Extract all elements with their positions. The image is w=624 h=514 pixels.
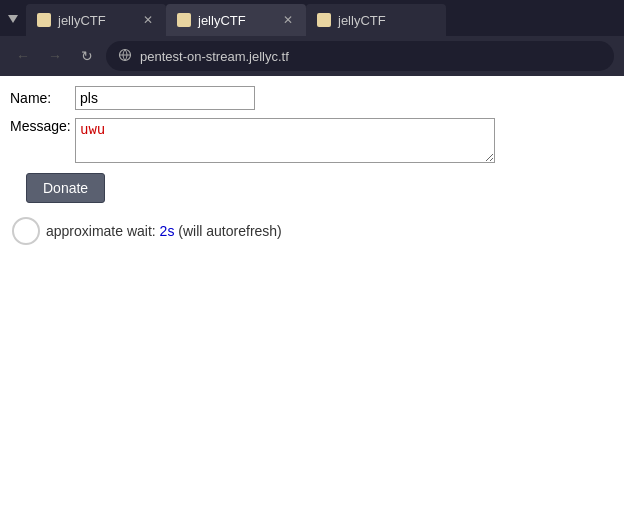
reload-button[interactable]: ↻: [74, 43, 100, 69]
message-label: Message:: [10, 118, 75, 134]
donate-button[interactable]: Donate: [26, 173, 105, 203]
tab-2-favicon: [176, 12, 192, 28]
tab-3[interactable]: jellyCTF: [306, 4, 446, 36]
tab-2-close[interactable]: ✕: [280, 12, 296, 28]
tab-1-favicon: [36, 12, 52, 28]
tab-3-favicon: [316, 12, 332, 28]
tab-2[interactable]: jellyCTF ✕: [166, 4, 306, 36]
browser-chrome: jellyCTF ✕ jellyCTF ✕ jellyCTF ← → ↻: [0, 0, 624, 76]
tab-1-label: jellyCTF: [58, 13, 106, 28]
name-label: Name:: [10, 90, 75, 106]
svg-marker-0: [8, 15, 18, 23]
tab-dropdown[interactable]: [0, 4, 26, 36]
wait-prefix: approximate wait:: [46, 223, 160, 239]
address-text: pentest-on-stream.jellyc.tf: [140, 49, 289, 64]
tab-3-label: jellyCTF: [338, 13, 386, 28]
page-content: Name: Message: uwu Donate approximate wa…: [0, 76, 624, 255]
wait-seconds: 2s: [160, 223, 175, 239]
name-row: Name:: [10, 86, 614, 110]
loading-spinner: [12, 217, 40, 245]
forward-button[interactable]: →: [42, 43, 68, 69]
message-textarea[interactable]: uwu: [75, 118, 495, 163]
name-input[interactable]: [75, 86, 255, 110]
wait-suffix: (will autorefresh): [174, 223, 281, 239]
message-row: Message: uwu: [10, 118, 614, 163]
nav-bar: ← → ↻ pentest-on-stream.jellyc.tf: [0, 36, 624, 76]
tab-1[interactable]: jellyCTF ✕: [26, 4, 166, 36]
wait-row: approximate wait: 2s (will autorefresh): [12, 217, 614, 245]
wait-status: approximate wait: 2s (will autorefresh): [46, 223, 282, 239]
donate-row: Donate: [18, 173, 614, 203]
address-icon: [118, 48, 132, 65]
tab-2-label: jellyCTF: [198, 13, 246, 28]
tab-bar: jellyCTF ✕ jellyCTF ✕ jellyCTF: [0, 0, 624, 36]
back-button[interactable]: ←: [10, 43, 36, 69]
address-bar[interactable]: pentest-on-stream.jellyc.tf: [106, 41, 614, 71]
tab-1-close[interactable]: ✕: [140, 12, 156, 28]
